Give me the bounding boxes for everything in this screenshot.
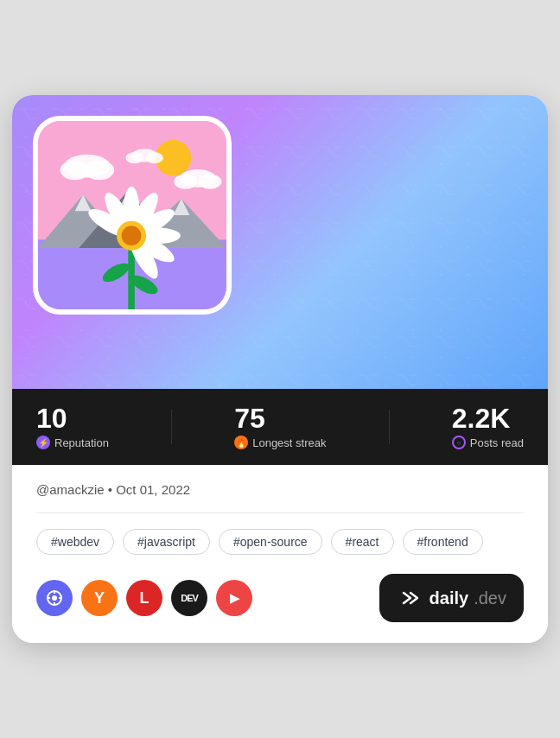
svg-point-13 [145, 152, 163, 163]
reputation-icon: ⚡ [36, 436, 50, 449]
tag-frontend[interactable]: #frontend [403, 529, 483, 555]
tag-webdev[interactable]: #webdev [36, 529, 114, 555]
avatar [33, 116, 232, 315]
social-youtube-icon[interactable]: ▶ [216, 580, 252, 616]
brand-logo: daily.dev [397, 584, 506, 612]
posts-label: ○ Posts read [452, 436, 524, 449]
svg-point-32 [122, 226, 142, 245]
brand-suffix: .dev [474, 588, 506, 608]
brand-badge: daily.dev [379, 574, 524, 622]
streak-label: 🔥 Longest streak [234, 436, 326, 449]
section-divider [36, 512, 524, 513]
header-background: ⌥ [12, 95, 548, 389]
tag-react[interactable]: #react [331, 529, 394, 555]
social-y-combinator-icon[interactable]: Y [81, 580, 118, 616]
profile-card: ⌥ [12, 95, 548, 643]
stat-divider-2 [389, 410, 390, 444]
user-handle: @amackzie [36, 482, 105, 497]
svg-point-7 [85, 160, 114, 180]
posts-icon: ○ [452, 436, 466, 449]
join-date: Oct 01, 2022 [116, 482, 190, 497]
stat-reputation: 10 ⚡ Reputation [36, 404, 109, 449]
social-lobsters-icon[interactable]: L [126, 580, 162, 616]
profile-body: @amackzie • Oct 01, 2022 #webdev #javasc… [12, 465, 548, 643]
daily-dev-logo-icon [397, 584, 424, 612]
reputation-value: 10 [36, 404, 109, 432]
tag-open-source[interactable]: #open-source [219, 529, 322, 555]
svg-point-12 [125, 152, 143, 163]
social-devto-icon[interactable]: DEV [171, 580, 207, 616]
social-icons: Y L DEV ▶ [36, 580, 252, 616]
svg-point-9 [174, 175, 197, 189]
tag-javascript[interactable]: #javascript [123, 529, 210, 555]
stat-posts: 2.2K ○ Posts read [452, 404, 524, 449]
footer-row: Y L DEV ▶ daily.dev [36, 574, 524, 622]
brand-name: daily [430, 588, 469, 608]
svg-point-34 [52, 595, 57, 601]
posts-value: 2.2K [452, 404, 524, 432]
user-meta: @amackzie • Oct 01, 2022 [36, 482, 524, 497]
streak-icon: 🔥 [234, 436, 248, 449]
stat-streak: 75 🔥 Longest streak [234, 404, 326, 449]
stat-divider-1 [171, 410, 172, 444]
streak-value: 75 [234, 404, 326, 432]
reputation-label: ⚡ Reputation [36, 436, 109, 449]
meta-separator: • [108, 482, 116, 497]
tags-container: #webdev #javascript #open-source #react … [36, 529, 524, 555]
social-crosshair-icon[interactable] [36, 580, 73, 616]
stats-bar: 10 ⚡ Reputation 75 🔥 Longest streak 2.2K… [12, 389, 548, 465]
svg-point-10 [199, 175, 222, 189]
